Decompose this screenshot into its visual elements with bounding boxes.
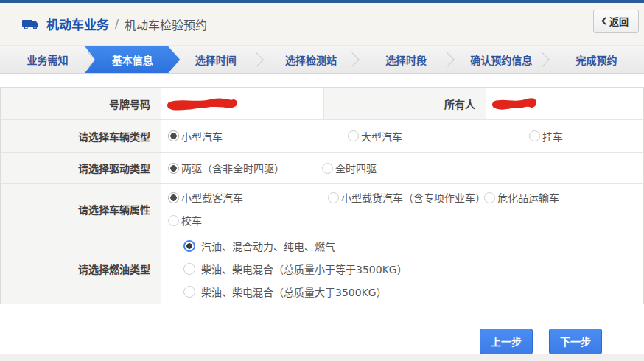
vehicle-attribute-label: 请选择车辆属性 <box>1 184 161 234</box>
bottom-strip <box>0 354 644 361</box>
radio-icon <box>484 192 495 203</box>
radio-label: 小型载货汽车（含专项作业车） <box>341 190 486 205</box>
truck-icon <box>22 18 40 30</box>
radio-label: 小型载客汽车 <box>181 190 243 205</box>
radio-option-diesel-under-3500kg[interactable]: 柴油、柴电混合（总质量小于等于3500KG） <box>161 262 407 276</box>
vehicle-type-label: 请选择车辆类型 <box>1 120 161 152</box>
step-confirm-info[interactable]: 确认预约信息 <box>454 46 549 73</box>
chevron-left-icon <box>601 17 606 25</box>
radio-label: 大型汽车 <box>361 129 402 144</box>
radio-option-full-time-4wd[interactable]: 全时四驱 <box>322 161 377 175</box>
plate-number-label: 号牌号码 <box>1 88 161 119</box>
radio-selected-icon <box>168 130 179 141</box>
back-button-label: 返回 <box>609 14 629 28</box>
table-row-fuel-type: 请选择燃油类型 汽油、混合动力、纯电、燃气 柴油、柴电混合（总质量小于等于350… <box>1 234 643 304</box>
radio-icon <box>322 163 333 174</box>
radio-option-trailer[interactable]: 挂车 <box>529 129 563 144</box>
radio-option-small-passenger[interactable]: 小型载客汽车 <box>168 190 328 205</box>
breadcrumb-section[interactable]: 机动车业务 <box>46 15 109 33</box>
radio-option-gasoline-hybrid-electric-gas[interactable]: 汽油、混合动力、纯电、燃气 <box>161 239 335 253</box>
step-select-slot[interactable]: 选择时段 <box>359 46 454 73</box>
radio-icon <box>328 192 339 203</box>
progress-steps: 业务需知 基本信息 选择时间 选择检测站 选择时段 确认预约信息 完成预约 <box>0 46 644 74</box>
step-label: 基本信息 <box>112 52 153 67</box>
drive-type-label: 请选择驱动类型 <box>1 153 161 183</box>
red-scribble-redaction <box>492 95 536 113</box>
radio-label: 两驱（含非全时四驱） <box>181 161 284 175</box>
page-header: 机动车业务 / 机动车检验预约 返回 <box>0 3 644 46</box>
radio-selected-icon <box>168 163 179 174</box>
table-row-vehicle-attribute: 请选择车辆属性 小型载客汽车 小型载货汽车（含专项作业车） 危化品运输车 <box>1 184 643 234</box>
plate-number-value <box>161 88 324 119</box>
breadcrumb-separator: / <box>115 18 119 31</box>
back-button[interactable]: 返回 <box>593 10 639 33</box>
radio-option-diesel-over-3500kg[interactable]: 柴油、柴电混合（总质量大于3500KG） <box>161 284 387 299</box>
owner-label: 所有人 <box>324 88 486 119</box>
previous-step-button[interactable]: 上一步 <box>480 329 533 354</box>
step-label: 选择检测站 <box>285 52 337 67</box>
step-select-time[interactable]: 选择时间 <box>168 46 263 73</box>
radio-label: 柴油、柴电混合（总质量大于3500KG） <box>201 284 387 299</box>
radio-option-large-car[interactable]: 大型汽车 <box>348 129 529 144</box>
radio-selected-icon <box>168 192 179 203</box>
radio-option-hazmat-transport[interactable]: 危化品运输车 <box>484 190 559 205</box>
step-label: 完成预约 <box>575 52 617 67</box>
step-service-notice[interactable]: 业务需知 <box>0 46 95 73</box>
basic-info-form: 号牌号码 所有人 请选择车辆类型 小型汽车 大型汽车 <box>0 87 644 304</box>
radio-label: 全时四驱 <box>335 161 377 175</box>
radio-option-small-cargo[interactable]: 小型载货汽车（含专项作业车） <box>328 190 484 205</box>
step-basic-info[interactable]: 基本信息 <box>85 46 180 73</box>
radio-selected-icon <box>183 240 195 252</box>
step-select-station[interactable]: 选择检测站 <box>263 46 358 73</box>
radio-icon <box>183 263 195 275</box>
fuel-type-label: 请选择燃油类型 <box>1 234 161 304</box>
radio-icon <box>168 215 179 226</box>
radio-icon <box>529 130 540 141</box>
step-label: 选择时间 <box>195 52 237 67</box>
step-label: 选择时段 <box>385 52 427 67</box>
radio-label: 柴油、柴电混合（总质量小于等于3500KG） <box>201 262 407 276</box>
radio-icon <box>348 130 359 141</box>
owner-value <box>486 88 643 119</box>
form-footer: 上一步 下一步 <box>0 304 644 354</box>
table-row-vehicle-type: 请选择车辆类型 小型汽车 大型汽车 挂车 <box>1 120 643 153</box>
table-row-plate-owner: 号牌号码 所有人 <box>1 88 643 120</box>
table-row-drive-type: 请选择驱动类型 两驱（含非全时四驱） 全时四驱 <box>1 153 643 184</box>
step-complete[interactable]: 完成预约 <box>549 46 644 73</box>
step-label: 业务需知 <box>27 52 69 67</box>
radio-icon <box>183 286 195 298</box>
radio-label: 危化品运输车 <box>497 190 559 205</box>
radio-label: 挂车 <box>542 129 563 144</box>
radio-label: 校车 <box>181 213 202 228</box>
step-label: 确认预约信息 <box>470 52 532 67</box>
radio-option-school-bus[interactable]: 校车 <box>168 213 202 228</box>
next-step-button[interactable]: 下一步 <box>549 329 602 354</box>
radio-option-small-car[interactable]: 小型汽车 <box>168 129 348 144</box>
red-scribble-redaction <box>167 95 237 113</box>
radio-option-two-wheel-drive[interactable]: 两驱（含非全时四驱） <box>168 161 322 175</box>
radio-label: 汽油、混合动力、纯电、燃气 <box>201 239 335 253</box>
page-title: 机动车检验预约 <box>125 15 207 33</box>
radio-label: 小型汽车 <box>181 129 223 144</box>
